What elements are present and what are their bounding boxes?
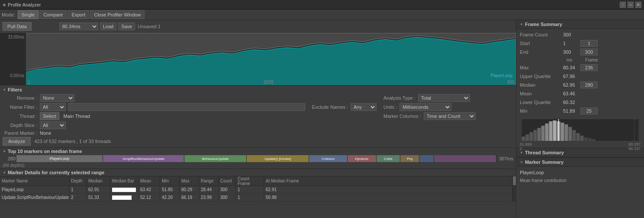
svg-rect-9	[549, 121, 553, 141]
min-label: Min	[520, 108, 563, 114]
tab-export[interactable]: Export	[68, 10, 89, 19]
load-button[interactable]: Load	[100, 23, 116, 30]
analyze-info: 423 of 532 markers , 1 of 33 threads	[34, 139, 111, 144]
marker-summary-content: PlayerLoop Mean frame contribution	[516, 167, 644, 186]
td-mean-1: 52.12	[138, 194, 160, 201]
thread-select-button[interactable]: Select	[40, 112, 59, 120]
frame-start: 1	[28, 80, 30, 85]
col-header-frame: Frame	[585, 58, 598, 62]
minimize-button[interactable]: ─	[628, 2, 634, 8]
markers-header: ▼ Top 10 markers on median frame	[3, 149, 513, 154]
markers-section-label: Top 10 markers on median frame	[8, 149, 82, 154]
td-max-1: 66.19	[180, 194, 199, 201]
td-count-frame-0: 1	[236, 186, 264, 193]
td-median-bar-0	[110, 186, 138, 193]
table-scrollbar[interactable]	[512, 176, 516, 202]
th-count-frame: Count Frame	[236, 176, 264, 185]
th-at-median: At Median Frame	[264, 176, 512, 185]
svg-rect-12	[561, 123, 564, 141]
tab-close-profiler[interactable]: Close Profiler Window	[90, 10, 145, 19]
marker-columns-label: Marker Columns :	[383, 114, 421, 119]
table-body: PlayerLoop 1 62.91 63.42 51.85 80.29 28.…	[0, 186, 512, 202]
lower-quartile-row: Lower Quartile 60.32	[520, 98, 641, 106]
marker-summary-sub: Mean frame contribution	[520, 178, 567, 183]
table-row-0[interactable]: PlayerLoop 1 62.91 63.42 51.85 80.29 28.…	[0, 186, 512, 194]
all-depths: (All depths)	[3, 163, 513, 168]
histogram-max-label: 80.337	[628, 142, 641, 146]
exclude-names-label: Exclude Names :	[312, 104, 348, 110]
depth-slice-select[interactable]: All	[40, 121, 66, 129]
min-frame-input[interactable]	[580, 107, 598, 114]
units-label: Units :	[383, 104, 397, 110]
median-frame-input[interactable]	[580, 81, 598, 88]
markers-triangle-icon: ▼	[3, 150, 6, 153]
histogram-min-label: 51.889	[520, 142, 532, 146]
depth-slice-label: Depth Slice :	[3, 123, 37, 128]
chart-container[interactable]: 1 [300] 300 PlayerLoop	[26, 33, 516, 85]
marker-seg-4: Collision	[309, 155, 348, 162]
remove-select[interactable]: None	[40, 94, 74, 102]
analysis-type-select[interactable]: Total	[418, 94, 470, 102]
unsaved-label: Unsaved 1	[138, 24, 161, 29]
save-button[interactable]: Save	[118, 23, 135, 30]
max-frame-input[interactable]	[580, 64, 598, 71]
th-min: Min	[160, 176, 180, 185]
time-dropdown[interactable]: 80.34ms	[59, 23, 98, 30]
tab-compare[interactable]: Compare	[39, 10, 67, 19]
start-label: Start	[520, 41, 563, 46]
name-filter-label: Name Filter :	[3, 104, 37, 110]
upper-quartile-row: Upper Quartile 67.96	[520, 72, 641, 80]
chart-y-labels: 33.00ms 0.00ms	[0, 33, 26, 85]
marker-segments: PlayerLoop ScriptRunBehaviourUpdate Beha…	[16, 155, 496, 162]
analysis-type-row: Analysis Type : Total	[383, 94, 513, 102]
units-select[interactable]: Milliseconds	[399, 103, 451, 111]
marker-details-table: Marker Name Depth Median Median Bar Mean…	[0, 176, 516, 202]
remove-label: Remove :	[3, 95, 37, 101]
pull-data-button[interactable]: Pull Data	[3, 22, 32, 31]
frame-summary-header: ▼ Frame Summary	[516, 20, 644, 29]
median-label: Median	[520, 82, 563, 88]
marker-columns-row: Marker Columns : Time and Count	[383, 112, 513, 120]
title-bar: ◈ Profile Analyzer ⋮ ─ ✕	[0, 0, 644, 10]
more-button[interactable]: ⋮	[620, 2, 626, 8]
marker-columns-select[interactable]: Time and Count	[424, 112, 476, 120]
start-input[interactable]	[580, 40, 598, 47]
name-filter-all-select[interactable]: All	[40, 103, 66, 111]
parent-marker-row: Parent Marker : None	[3, 130, 377, 136]
filters-triangle-icon: ▼	[3, 88, 6, 92]
marker-bar-row: 280 PlayerLoop ScriptRunBehaviourUpdate …	[3, 155, 513, 163]
td-max-0: 80.29	[180, 186, 199, 193]
top-markers-section: ▼ Top 10 markers on median frame 280 Pla…	[0, 147, 516, 169]
playerloop-chart-label: PlayerLoop	[490, 73, 514, 79]
exclude-names-select[interactable]: Any	[351, 103, 377, 111]
depth-slice-row: Depth Slice : All	[3, 121, 377, 129]
name-filter-row: Name Filter : All Exclude Names : Any	[3, 103, 377, 111]
col-headers: ms Frame	[520, 57, 641, 63]
svg-rect-5	[534, 130, 537, 141]
app-icon: ◈	[3, 2, 6, 7]
end-row: End 300	[520, 48, 641, 56]
svg-rect-4	[530, 132, 533, 141]
frame-middle: [300]	[264, 80, 273, 85]
td-count-0: 300	[219, 186, 236, 193]
svg-rect-14	[569, 127, 572, 141]
td-at-median-0: 62.91	[264, 186, 512, 193]
end-input[interactable]	[580, 49, 598, 55]
td-median-0: 62.91	[87, 186, 110, 193]
td-range-1: 23.99	[199, 194, 219, 201]
td-depth-1: 2	[69, 194, 87, 201]
thread-summary-triangle-icon: ▼	[520, 151, 523, 155]
close-button[interactable]: ✕	[635, 2, 641, 8]
svg-rect-3	[526, 134, 529, 141]
center-panel: Pull Data 80.34ms Load Save Unsaved 1 33…	[0, 20, 516, 218]
thread-value: Main Thread	[64, 114, 90, 119]
mean-row: Mean 63.46	[520, 90, 641, 98]
name-filter-input[interactable]	[68, 103, 305, 111]
min-value: 51.89	[563, 108, 580, 114]
table-row-1[interactable]: Update.ScriptRunBehaviourUpdate 2 51.33 …	[0, 194, 512, 202]
thread-filter-row: Thread : Select Main Thread	[3, 112, 377, 120]
table-header: Marker Name Depth Median Median Bar Mean…	[0, 176, 512, 186]
tab-single[interactable]: Single	[18, 10, 39, 19]
analyze-button[interactable]: Analyze	[3, 137, 31, 146]
chart-min-label: 0.00ms	[10, 73, 24, 78]
